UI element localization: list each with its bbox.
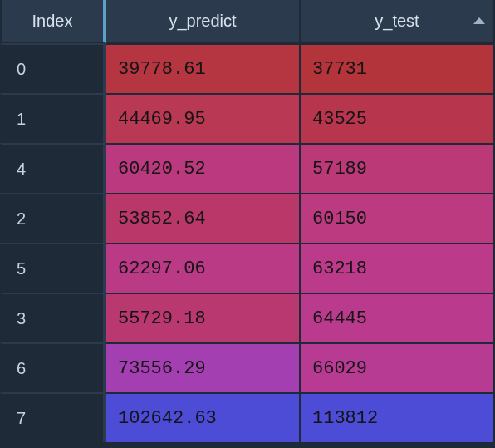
data-cell-y-predict[interactable]: 62297.06 [106, 243, 301, 293]
data-cell-y-test[interactable]: 63218 [301, 243, 495, 293]
index-cell[interactable]: 4 [0, 143, 106, 193]
index-value: 2 [17, 209, 26, 229]
cell-value: 62297.06 [118, 258, 206, 279]
index-cell[interactable]: 2 [0, 193, 106, 243]
sort-asc-icon [473, 17, 485, 24]
index-value: 1 [17, 110, 26, 129]
index-value: 5 [17, 259, 26, 278]
data-cell-y-test[interactable]: 43525 [301, 93, 495, 143]
index-cell[interactable]: 3 [0, 293, 106, 342]
cell-value: 63218 [312, 258, 367, 279]
index-cell[interactable]: 6 [0, 342, 106, 392]
data-cell-y-test[interactable]: 57189 [301, 143, 495, 193]
cell-value: 43525 [312, 109, 367, 130]
header-index-label: Index [32, 12, 73, 31]
cell-value: 102642.63 [118, 408, 217, 429]
header-y-predict[interactable]: y_predict [106, 0, 301, 43]
data-cell-y-predict[interactable]: 39778.61 [106, 43, 301, 93]
index-cell[interactable]: 7 [0, 392, 106, 442]
data-cell-y-test[interactable]: 113812 [301, 392, 495, 442]
cell-value: 60420.52 [118, 159, 206, 180]
header-y-test-label: y_test [375, 12, 419, 31]
cell-value: 66029 [312, 358, 367, 379]
data-cell-y-test[interactable]: 66029 [301, 342, 495, 392]
header-y-test[interactable]: y_test [301, 0, 495, 43]
cell-value: 64445 [312, 308, 367, 329]
data-cell-y-predict[interactable]: 53852.64 [106, 193, 301, 243]
cell-value: 53852.64 [118, 209, 206, 229]
data-cell-y-predict[interactable]: 102642.63 [106, 392, 301, 442]
data-table: Index y_predict y_test 0 39778.61 37731 … [0, 0, 495, 442]
header-y-predict-label: y_predict [169, 12, 236, 31]
cell-value: 55729.18 [118, 308, 206, 329]
cell-value: 60150 [312, 209, 367, 229]
data-cell-y-test[interactable]: 64445 [301, 293, 495, 342]
cell-value: 37731 [312, 59, 367, 80]
index-value: 0 [17, 60, 26, 79]
data-cell-y-predict[interactable]: 73556.29 [106, 342, 301, 392]
index-cell[interactable]: 1 [0, 93, 106, 143]
index-cell[interactable]: 0 [0, 43, 106, 93]
index-value: 3 [17, 309, 26, 328]
cell-value: 39778.61 [118, 59, 206, 80]
cell-value: 113812 [312, 408, 378, 429]
index-cell[interactable]: 5 [0, 243, 106, 293]
data-cell-y-predict[interactable]: 60420.52 [106, 143, 301, 193]
data-cell-y-predict[interactable]: 44469.95 [106, 93, 301, 143]
index-value: 4 [17, 160, 26, 179]
index-value: 7 [17, 409, 26, 428]
cell-value: 73556.29 [118, 358, 206, 379]
data-cell-y-test[interactable]: 60150 [301, 193, 495, 243]
index-value: 6 [17, 359, 26, 378]
cell-value: 44469.95 [118, 109, 206, 130]
data-cell-y-test[interactable]: 37731 [301, 43, 495, 93]
data-cell-y-predict[interactable]: 55729.18 [106, 293, 301, 342]
cell-value: 57189 [312, 159, 367, 180]
header-index[interactable]: Index [0, 0, 106, 43]
